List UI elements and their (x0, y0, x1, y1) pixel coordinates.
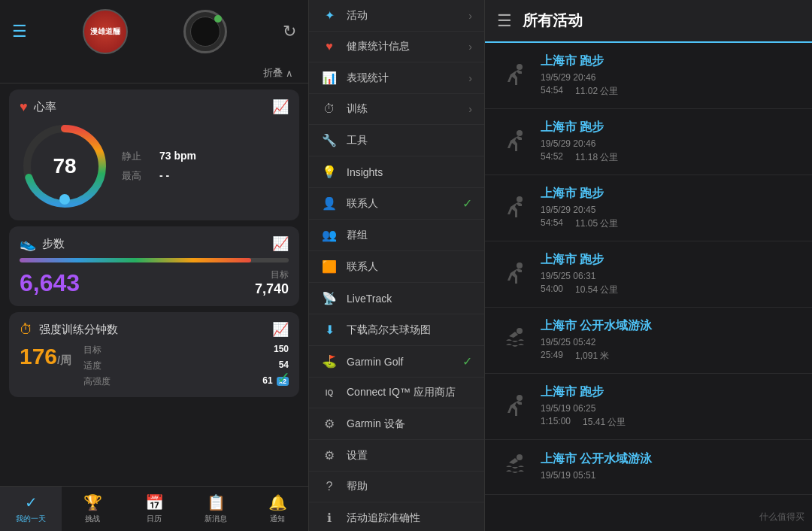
menu-item-health[interactable]: ♥ 健康统计信息 › (309, 32, 484, 62)
card-header: ♥ 心率 📈 (20, 99, 289, 115)
contacts2-icon: 🟧 (321, 259, 338, 274)
activity-icon-wrap-4 (497, 324, 530, 357)
menu-health-label: 健康统计信息 (347, 40, 459, 53)
intensity-chart-icon[interactable]: 📈 (272, 321, 289, 338)
menu-item-insights[interactable]: 💡 Insights (309, 156, 484, 188)
activity-icon: ✦ (321, 8, 338, 23)
health-icon: ♥ (321, 40, 338, 53)
garmin-golf-icon: ⛳ (321, 354, 338, 369)
nav-challenge[interactable]: 🏆 挑战 (62, 487, 123, 531)
right-hamburger-icon[interactable]: ☰ (497, 11, 512, 31)
activity-item-5[interactable]: 上海市 跑步 19/5/19 06:25 1:15:00 15.41 公里 (485, 374, 812, 440)
hamburger-icon[interactable]: ☰ (12, 22, 27, 41)
menu-item-garmin-golf[interactable]: ⛳ Garmin Golf ✓ (309, 346, 484, 378)
activity-item-6[interactable]: 上海市 公开水域游泳 19/5/19 05:51 (485, 440, 812, 495)
menu-item-download-golf[interactable]: ⬇ 下载高尔夫球场图 (309, 314, 484, 346)
activity-info-5: 上海市 跑步 19/5/19 06:25 1:15:00 15.41 公里 (541, 384, 800, 429)
activity-info-4: 上海市 公开水域游泳 19/5/25 05:42 25:49 1,091 米 (541, 318, 800, 363)
activity-item-1[interactable]: 上海市 跑步 19/5/29 20:46 54:52 11.18 公里 (485, 109, 812, 175)
activity-title-3: 上海市 跑步 (541, 252, 800, 268)
insights-icon: 💡 (321, 165, 338, 179)
activity-date-1: 19/5/29 20:46 (541, 138, 800, 149)
menu-training-label: 训练 (347, 102, 459, 116)
garmin-golf-check-icon: ✓ (462, 354, 472, 369)
menu-item-groups[interactable]: 👥 群组 (309, 220, 484, 251)
middle-menu-panel: ✦ 活动 › ♥ 健康统计信息 › 📊 表现统计 › ⏱ 训练 › 🔧 工具 💡… (308, 0, 485, 531)
activity-icon-wrap-2 (497, 192, 530, 225)
left-panel: ☰ 漫雄道酾 ↻ 折叠 ∧ ♥ 心率 📈 (0, 0, 308, 531)
intensity-value: 176/周 (20, 344, 71, 369)
intensity-stats: 目标 150 适度 54 高强度 61 x2 (83, 344, 289, 388)
intensity-title: ⏱ 强度训练分钟数 (20, 322, 118, 338)
nav-messages[interactable]: 📋 新消息 (185, 487, 247, 531)
activity-item-3[interactable]: 上海市 跑步 19/5/25 06:31 54:00 10.54 公里 (485, 241, 812, 308)
menu-item-help[interactable]: ? 帮助 (309, 472, 484, 502)
steps-progress-bar (20, 258, 289, 262)
heart-chart-icon[interactable]: 📈 (272, 99, 289, 115)
steps-chart-icon[interactable]: 📈 (272, 235, 289, 252)
menu-item-contacts2[interactable]: 🟧 联系人 (309, 251, 484, 283)
intensity-card-header: ⏱ 强度训练分钟数 📈 (20, 321, 289, 338)
steps-target-area: 目标 7,740 (255, 269, 289, 297)
activity-icon-wrap-5 (497, 390, 530, 423)
svg-point-6 (517, 262, 523, 269)
nav-notifications[interactable]: 🔔 通知 (247, 487, 308, 531)
activity-stats-3: 54:00 10.54 公里 (541, 284, 800, 296)
activity-info-3: 上海市 跑步 19/5/25 06:31 54:00 10.54 公里 (541, 252, 800, 296)
menu-garmin-golf-label: Garmin Golf (347, 356, 453, 368)
intensity-icon: ⏱ (20, 322, 33, 338)
activity-date-4: 19/5/25 05:42 (541, 337, 800, 347)
groups-icon: 👥 (321, 228, 338, 242)
menu-help-label: 帮助 (347, 480, 472, 493)
app-logo: 漫雄道酾 (83, 9, 128, 54)
help-icon: ? (321, 480, 338, 493)
menu-item-contacts1[interactable]: 👤 联系人 ✓ (309, 188, 484, 220)
nav-calendar-label: 日历 (147, 514, 162, 524)
svg-point-3 (517, 64, 523, 70)
menu-item-activity[interactable]: ✦ 活动 › (309, 0, 484, 32)
menu-item-livetrack[interactable]: 📡 LiveTrack (309, 283, 484, 314)
activity-item-4[interactable]: 上海市 公开水域游泳 19/5/25 05:42 25:49 1,091 米 (485, 308, 812, 374)
activity-date-0: 19/5/29 20:46 (541, 72, 800, 83)
nav-notifications-icon: 🔔 (268, 493, 287, 511)
nav-my-day[interactable]: ✓ 我的一天 (0, 487, 62, 531)
menu-livetrack-label: LiveTrack (347, 293, 472, 305)
training-chevron-icon: › (468, 103, 472, 115)
watermark: 什么值得买 (759, 511, 804, 523)
nav-calendar-icon: 📅 (145, 493, 164, 511)
activity-date-3: 19/5/25 06:31 (541, 271, 800, 281)
activity-icon-wrap-3 (497, 258, 530, 291)
fold-bar[interactable]: 折叠 ∧ (0, 63, 308, 83)
activity-date-6: 19/5/19 05:51 (541, 470, 800, 481)
menu-item-tools[interactable]: 🔧 工具 (309, 125, 484, 156)
activity-item-2[interactable]: 上海市 跑步 19/5/29 20:45 54:54 11.05 公里 (485, 175, 812, 241)
intensity-card: ⏱ 强度训练分钟数 📈 176/周 目标 150 适度 (9, 312, 299, 397)
menu-accuracy-label: 活动追踪准确性 (347, 511, 472, 525)
menu-item-accuracy[interactable]: ℹ 活动追踪准确性 (309, 502, 484, 531)
menu-item-garmin-device[interactable]: ⚙ Garmin 设备 (309, 408, 484, 440)
activity-icon-wrap-1 (497, 126, 530, 159)
settings-icon: ⚙ (321, 448, 338, 463)
cards-area: ♥ 心率 📈 (0, 83, 308, 486)
menu-insights-label: Insights (347, 166, 472, 178)
nav-messages-icon: 📋 (207, 493, 226, 511)
activity-stats-2: 54:54 11.05 公里 (541, 217, 800, 230)
garmin-device-icon: ⚙ (321, 417, 338, 431)
right-panel: ☰ 所有活动 上海市 跑步 19/5/29 20:46 54:54 11.02 … (485, 0, 812, 531)
menu-item-settings[interactable]: ⚙ 设置 (309, 440, 484, 472)
menu-item-training[interactable]: ⏱ 训练 › (309, 94, 484, 125)
activity-item-0[interactable]: 上海市 跑步 19/5/29 20:46 54:54 11.02 公里 (485, 43, 812, 109)
fold-chevron-icon: ∧ (286, 68, 293, 79)
menu-item-connect-iq[interactable]: IQ Connect IQ™ 应用商店 (309, 378, 484, 408)
watch-icon[interactable] (183, 10, 227, 53)
nav-notifications-label: 通知 (270, 514, 285, 524)
menu-item-performance[interactable]: 📊 表现统计 › (309, 62, 484, 94)
watch-face (190, 17, 220, 47)
menu-contacts1-label: 联系人 (347, 197, 453, 211)
refresh-icon[interactable]: ↻ (283, 22, 296, 41)
activity-title-2: 上海市 跑步 (541, 186, 800, 202)
nav-calendar[interactable]: 📅 日历 (123, 487, 185, 531)
nav-my-day-label: 我的一天 (16, 514, 46, 524)
steps-current: 6,643 (20, 269, 80, 297)
menu-activity-label: 活动 (347, 9, 459, 23)
